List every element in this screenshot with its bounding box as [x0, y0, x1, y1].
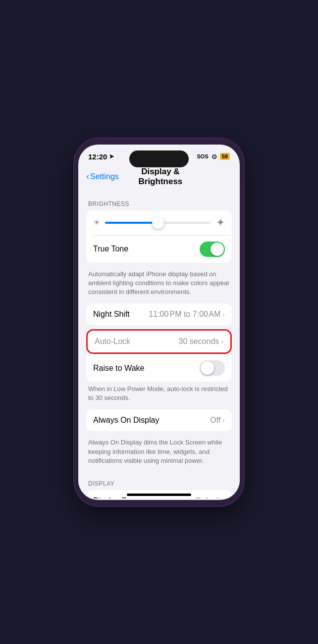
true-tone-description: Automatically adapt iPhone display based…: [78, 267, 240, 304]
display-zoom-value: Default: [196, 496, 221, 498]
true-tone-toggle-knob: [211, 243, 224, 256]
brightness-card: ☀ ✦ True Tone: [86, 210, 232, 263]
display-zoom-label: Display Zoom: [93, 496, 142, 498]
auto-lock-chevron-icon: ›: [221, 338, 223, 346]
raise-to-wake-card: Raise to Wake: [86, 354, 232, 382]
time-display: 12:20: [88, 152, 107, 161]
battery-badge: 59: [220, 153, 230, 160]
back-chevron-icon: ‹: [86, 171, 89, 182]
auto-lock-highlight: Auto-Lock 30 seconds ›: [86, 329, 232, 354]
brightness-slider-track[interactable]: [105, 222, 211, 224]
night-shift-card: Night Shift 11:00 PM to 7:00 AM ›: [86, 303, 232, 325]
brightness-slider-row: ☀ ✦: [86, 210, 232, 235]
always-on-display-value: Off: [210, 416, 220, 425]
always-on-display-chevron-icon: ›: [222, 416, 225, 424]
raise-to-wake-row: Raise to Wake: [86, 354, 232, 382]
always-on-display-value-group: Off ›: [210, 416, 225, 425]
always-on-display-row[interactable]: Always On Display Off ›: [86, 409, 232, 431]
page-title: Display & Brightness: [119, 167, 202, 187]
phone-frame: 12:20 ➤ SOS ⊙ 59 ‹ Settings Display & Br…: [74, 139, 244, 506]
night-shift-row[interactable]: Night Shift 11:00 PM to 7:00 AM ›: [86, 303, 232, 325]
raise-to-wake-label: Raise to Wake: [93, 364, 144, 373]
dynamic-island: [129, 150, 189, 167]
back-label: Settings: [90, 172, 119, 181]
home-indicator: [127, 494, 191, 496]
always-on-display-label: Always On Display: [93, 416, 159, 425]
raise-to-wake-toggle[interactable]: [200, 360, 225, 376]
sun-large-icon: ✦: [216, 216, 225, 229]
always-on-display-card: Always On Display Off ›: [86, 409, 232, 431]
sos-label: SOS: [197, 153, 209, 159]
auto-lock-value: 30 seconds: [178, 337, 219, 346]
raise-to-wake-toggle-knob: [201, 361, 214, 375]
brightness-slider-thumb: [152, 217, 164, 229]
night-shift-chevron-icon: ›: [222, 310, 225, 318]
night-shift-value-group: 11:00 PM to 7:00 AM ›: [149, 310, 225, 319]
display-zoom-chevron-icon: ›: [222, 497, 225, 498]
brightness-slider-fill: [105, 222, 158, 224]
true-tone-label: True Tone: [93, 245, 128, 253]
status-time-group: 12:20 ➤: [88, 152, 114, 161]
display-section-label: DISPLAY: [78, 472, 240, 490]
raise-description: When in Low Power Mode, auto-lock is res…: [78, 382, 240, 409]
phone-screen: 12:20 ➤ SOS ⊙ 59 ‹ Settings Display & Br…: [78, 145, 240, 500]
auto-lock-value-group: 30 seconds ›: [178, 337, 223, 346]
sun-small-icon: ☀: [93, 218, 100, 227]
brightness-section-label: BRIGHTNESS: [78, 193, 240, 210]
night-shift-label: Night Shift: [93, 310, 130, 319]
back-button[interactable]: ‹ Settings: [86, 171, 119, 182]
content-scroll[interactable]: BRIGHTNESS ☀ ✦ True Tone: [78, 193, 240, 498]
always-on-description: Always On Display dims the Lock Screen w…: [78, 435, 240, 472]
location-icon: ➤: [109, 153, 114, 160]
auto-lock-label: Auto-Lock: [95, 337, 130, 346]
wifi-icon: ⊙: [212, 153, 217, 160]
true-tone-row: True Tone: [86, 236, 232, 263]
auto-lock-row[interactable]: Auto-Lock 30 seconds ›: [88, 331, 230, 352]
status-icons: SOS ⊙ 59: [197, 153, 230, 160]
display-zoom-value-group: Default ›: [196, 496, 225, 498]
nav-bar: ‹ Settings Display & Brightness: [78, 165, 240, 193]
true-tone-toggle[interactable]: [200, 242, 225, 257]
night-shift-value: 11:00 PM to 7:00 AM: [149, 310, 220, 319]
